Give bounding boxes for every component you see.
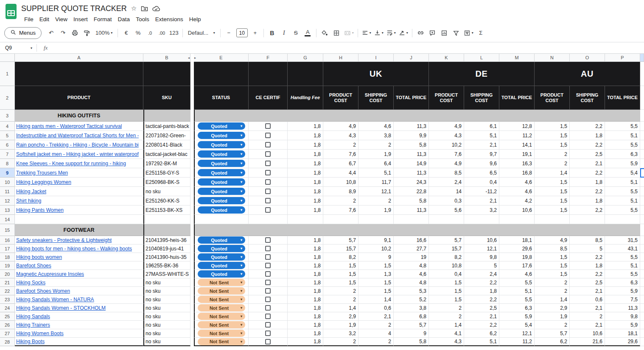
value-cell-l21[interactable]: 2,2	[464, 278, 499, 287]
menu-item-format[interactable]: Format	[91, 15, 115, 24]
ce-certif-cell[interactable]	[249, 131, 288, 140]
create-filter-button[interactable]	[451, 28, 462, 39]
status-dropdown[interactable]: Not Sent▾	[198, 287, 245, 294]
product-cell[interactable]: Knee Sleeves - Knee support for running …	[15, 159, 143, 168]
value-cell-j8[interactable]: 14,9	[394, 159, 429, 168]
status-cell[interactable]: Quoted▾	[194, 261, 249, 270]
status-cell[interactable]: Quoted▾	[194, 236, 249, 244]
empty-cell[interactable]	[499, 215, 535, 224]
value-cell-o12[interactable]: 1,8	[570, 196, 605, 206]
value-cell-m12[interactable]: 4,2	[499, 196, 535, 206]
row-header-1[interactable]: 1	[0, 62, 15, 86]
value-cell-i5[interactable]: 3,8	[358, 131, 394, 140]
ce-certif-cell[interactable]	[249, 321, 288, 329]
value-cell-o6[interactable]: 2,2	[570, 140, 605, 150]
product-link[interactable]: Hiking Sandals Women - STOCKHOLM	[16, 305, 106, 311]
value-cell-o22[interactable]: 2,1	[570, 287, 605, 295]
value-cell-p7[interactable]: 6,3	[605, 150, 640, 159]
handling-fee-cell[interactable]: 1,8	[288, 261, 323, 270]
status-dropdown[interactable]: Quoted▾	[198, 270, 245, 278]
product-link[interactable]: Hiking Jacket	[16, 189, 46, 194]
filter-views-button[interactable]: ▾	[462, 28, 475, 39]
redo-button[interactable]: ↷	[57, 28, 69, 39]
ce-certif-cell[interactable]	[249, 187, 288, 196]
column-title-cost[interactable]: PRODUCT COST	[429, 86, 464, 110]
column-title-total[interactable]: TOTAL PRICE	[605, 86, 640, 110]
value-cell-j9[interactable]: 11,3	[394, 168, 429, 178]
cell-q8[interactable]	[640, 159, 644, 168]
print-button[interactable]	[69, 28, 81, 39]
value-cell-j26[interactable]: 5,7	[394, 321, 429, 329]
section-row-cell[interactable]	[249, 110, 288, 122]
column-header-e[interactable]: E▸	[194, 54, 249, 62]
handling-fee-cell[interactable]: 1,8	[288, 270, 323, 278]
value-cell-i22[interactable]: 1,5	[358, 287, 394, 295]
ce-certif-cell[interactable]	[249, 168, 288, 178]
value-cell-i4[interactable]: 4,6	[358, 122, 394, 131]
ce-certif-checkbox[interactable]	[265, 133, 271, 138]
value-cell-j25[interactable]: 6,8	[394, 312, 429, 321]
status-dropdown[interactable]: Quoted▾	[198, 122, 245, 130]
ce-certif-cell[interactable]	[249, 338, 288, 346]
value-cell-p13[interactable]: 5,5	[605, 206, 640, 215]
status-cell[interactable]: Quoted▾	[194, 244, 249, 253]
value-cell-h11[interactable]: 8,9	[323, 187, 358, 196]
value-cell-n7[interactable]: 2	[535, 150, 570, 159]
ce-certif-cell[interactable]	[249, 329, 288, 338]
header-cell-gap1[interactable]	[190, 62, 194, 86]
value-cell-h20[interactable]: 1,5	[323, 270, 358, 278]
row-header-18[interactable]: 18	[0, 253, 15, 261]
status-dropdown[interactable]: Quoted▾	[198, 169, 245, 176]
value-cell-m5[interactable]: 11,2	[499, 131, 535, 140]
value-cell-i19[interactable]: 1,5	[358, 261, 394, 270]
status-cell[interactable]: Quoted▾	[194, 196, 249, 206]
sku-cell[interactable]: 21040819-jus-41	[143, 244, 190, 253]
value-cell-k27[interactable]: 4,1	[429, 329, 464, 338]
value-cell-k19[interactable]: 10,8	[429, 261, 464, 270]
sku-cell[interactable]: no sku	[143, 187, 190, 196]
document-title[interactable]: SUPPLIER QUOTE TRACKER	[21, 4, 127, 13]
status-dropdown[interactable]: Quoted▾	[198, 253, 245, 261]
value-cell-h12[interactable]: 2	[323, 196, 358, 206]
status-dropdown[interactable]: Quoted▾	[198, 141, 245, 148]
value-cell-j24[interactable]: 3,8	[394, 304, 429, 312]
sku-cell[interactable]: tactical-pants-black	[143, 122, 190, 131]
value-cell-i27[interactable]: 4	[358, 329, 394, 338]
value-cell-n28[interactable]: 6,2	[535, 338, 570, 346]
section-row-cell[interactable]	[358, 224, 394, 236]
value-cell-m21[interactable]: 5,5	[499, 278, 535, 287]
section-row-cell[interactable]	[499, 110, 535, 122]
ce-certif-checkbox[interactable]	[265, 314, 271, 319]
value-cell-m13[interactable]: 10,6	[499, 206, 535, 215]
value-cell-p9[interactable]: 5,4	[605, 168, 640, 178]
product-link[interactable]: Softshell jacket men - Hiking jacket - w…	[16, 151, 139, 157]
value-cell-o9[interactable]: 2,2	[570, 168, 605, 178]
status-dropdown[interactable]: Quoted▾	[198, 178, 245, 186]
status-dropdown[interactable]: Not Sent▾	[198, 330, 245, 337]
row-header-27[interactable]: 27	[0, 329, 15, 338]
product-link[interactable]: Hiking Trainers	[16, 322, 50, 328]
cell-q18[interactable]	[640, 253, 644, 261]
value-cell-k26[interactable]: 1,4	[429, 321, 464, 329]
section-row-cell[interactable]	[394, 110, 429, 122]
value-cell-k20[interactable]: 0,4	[429, 270, 464, 278]
product-cell[interactable]: Hiking Sandals Women - NATURA	[15, 295, 143, 304]
star-icon[interactable]: ☆	[131, 5, 137, 12]
empty-cell[interactable]	[323, 215, 358, 224]
empty-cell[interactable]	[394, 215, 429, 224]
cell-q10[interactable]	[640, 178, 644, 187]
sku-cell[interactable]: 21041390-huis-35	[143, 253, 190, 261]
value-cell-p23[interactable]: 7,5	[605, 295, 640, 304]
status-dropdown[interactable]: Not Sent▾	[198, 338, 245, 345]
vertical-align-button[interactable]: ▾	[373, 28, 385, 39]
status-cell[interactable]: Quoted▾	[194, 206, 249, 215]
sku-cell[interactable]: no sku	[143, 312, 190, 321]
value-cell-j20[interactable]: 4,6	[394, 270, 429, 278]
empty-cell[interactable]	[143, 215, 190, 224]
product-cell[interactable]: Softshell jacket men - Hiking jacket - w…	[15, 150, 143, 159]
value-cell-k17[interactable]: 15,7	[429, 244, 464, 253]
value-cell-l9[interactable]: 6,5	[464, 168, 499, 178]
ce-certif-checkbox[interactable]	[265, 198, 271, 203]
text-wrap-button[interactable]: ▾	[385, 28, 397, 39]
cell-q26[interactable]	[640, 321, 644, 329]
